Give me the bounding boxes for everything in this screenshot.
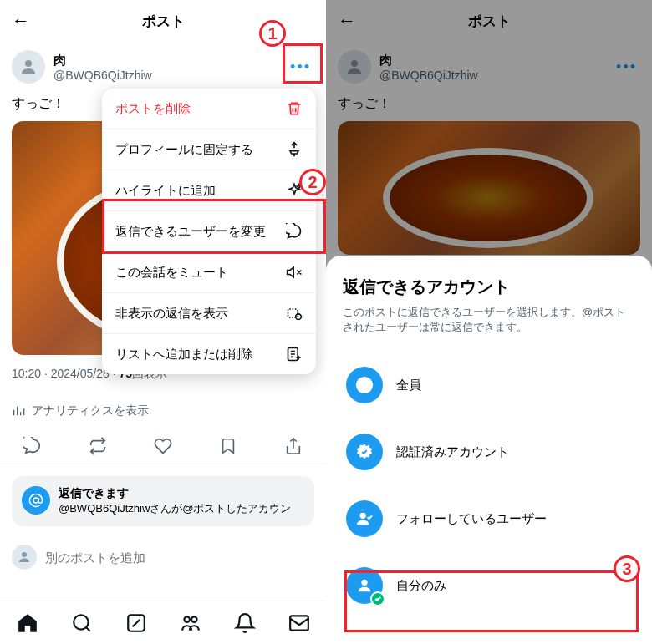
menu-list[interactable]: リストへ追加または削除 [102,334,316,374]
like-icon[interactable] [154,437,172,455]
person-icon [346,567,383,604]
user-handle[interactable]: @BWQB6QiJtzhiw [53,68,287,82]
menu-pin[interactable]: プロフィールに固定する [102,129,316,170]
mention-icon [22,486,50,515]
search-icon[interactable] [71,612,93,634]
person-check-icon [346,500,383,537]
avatar[interactable] [12,50,45,84]
post-options-menu: ポストを削除 プロフィールに固定する ハイライトに追加 返信できるユーザーを変更… [102,89,316,374]
back-icon[interactable]: ← [12,10,30,32]
sparkle-icon [286,182,303,199]
bottom-nav [0,601,326,644]
right-pane: ← ポスト 肉 @BWQB6QiJtzhiw ••• すっご！ 返信できるアカウ… [326,0,652,644]
reply-box-title: 返信できます [59,486,291,501]
communities-icon[interactable] [180,612,201,634]
reply-permission-box[interactable]: 返信できます @BWQB6QiJtzhiwさんが@ポストしたアカウン [12,476,314,526]
menu-change-reply[interactable]: 返信できるユーザーを変更 [102,211,316,252]
svg-point-2 [22,552,27,557]
share-icon[interactable] [284,437,303,455]
user-name[interactable]: 肉 [53,53,287,68]
svg-point-14 [361,580,367,586]
svg-point-6 [191,616,197,622]
sheet-title: 返信できるアカウント [343,276,635,298]
svg-point-5 [184,616,190,622]
pin-icon [286,141,303,158]
add-post-row [0,538,326,576]
list-icon [286,346,303,363]
more-icon[interactable]: ••• [287,55,314,79]
add-post-input[interactable] [45,550,314,565]
speech-icon [286,223,303,240]
analytics-link[interactable]: アナリティクスを表示 [0,393,326,428]
globe-icon [346,367,383,403]
check-icon [370,591,385,606]
verified-icon [346,434,383,470]
svg-rect-7 [290,616,308,630]
reply-box-body: @BWQB6QiJtzhiwさんが@ポストしたアカウン [59,501,291,516]
option-verified[interactable]: 認証済みアカウント [343,418,635,485]
svg-point-1 [33,498,38,503]
menu-delete[interactable]: ポストを削除 [102,89,316,129]
menu-highlight[interactable]: ハイライトに追加 [102,170,316,211]
page-title: ポスト [0,12,326,31]
svg-point-9 [296,314,302,320]
svg-point-0 [25,60,32,67]
reply-icon[interactable] [23,437,42,455]
menu-hidden[interactable]: 非表示の返信を表示 [102,293,316,334]
mute-icon [286,264,303,281]
post-header: 肉 @BWQB6QiJtzhiw ••• [0,42,326,92]
option-following[interactable]: フォローしているユーザー [343,485,635,552]
option-everyone[interactable]: 全員 [343,352,635,418]
svg-point-3 [74,615,88,629]
svg-point-13 [360,513,366,519]
avatar-small [12,545,37,570]
hidden-replies-icon [286,305,303,322]
trash-icon [286,100,303,117]
sheet-description: このポストに返信できるユーザーを選択します。@ポストされたユーザーは常に返信でき… [343,305,635,335]
post-actions [0,428,326,464]
home-icon[interactable] [17,612,38,634]
notifications-icon[interactable] [234,612,256,634]
messages-icon[interactable] [288,612,310,634]
left-pane: ← ポスト 肉 @BWQB6QiJtzhiw ••• すっご！ 10:20 · … [0,0,326,644]
menu-mute[interactable]: この会話をミュート [102,252,316,293]
option-only-me[interactable]: 自分のみ [343,552,635,619]
bookmark-icon[interactable] [219,437,237,455]
retweet-icon[interactable] [89,437,107,455]
header: ← ポスト [0,0,326,42]
compose-icon[interactable] [125,612,147,634]
reply-settings-sheet: 返信できるアカウント このポストに返信できるユーザーを選択します。@ポストされた… [326,256,652,644]
